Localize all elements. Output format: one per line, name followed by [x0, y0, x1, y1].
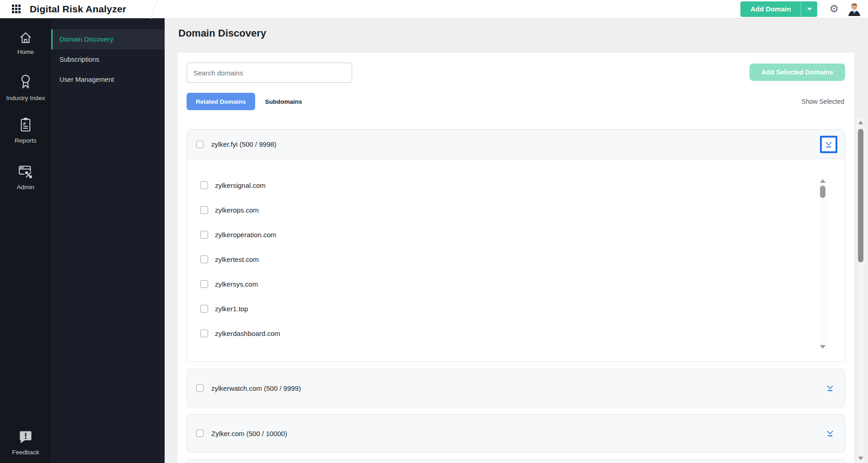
- add-domain-button[interactable]: Add Domain: [740, 1, 801, 17]
- sidebar-item-label: Home: [17, 48, 34, 56]
- collapse-expand-button[interactable]: [823, 381, 837, 395]
- related-domains-list: zylkersignal.com zylkerops.com zylkerope…: [187, 159, 845, 362]
- search-input[interactable]: [187, 63, 352, 83]
- page-scrollbar[interactable]: [856, 118, 864, 463]
- sidebar-item-admin[interactable]: Admin: [5, 163, 47, 192]
- subnav-item-domain-discovery[interactable]: Domain Discovery: [51, 29, 165, 49]
- apps-grid-icon[interactable]: [12, 5, 21, 13]
- primary-sidebar: Home Industry Index Reports Admin: [0, 18, 51, 463]
- domain-label: zylkerdashboard.com: [215, 330, 280, 337]
- domain-checkbox[interactable]: [200, 305, 208, 313]
- collapse-expand-button[interactable]: [823, 426, 837, 441]
- domain-checkbox[interactable]: [200, 181, 208, 189]
- subnav-item-user-management[interactable]: User Management: [51, 69, 165, 90]
- clipboard-icon: [18, 116, 33, 133]
- sidebar-item-reports[interactable]: Reports: [5, 116, 47, 145]
- award-ribbon-icon: [17, 73, 34, 91]
- chevron-expand-icon: [825, 140, 833, 149]
- scrollbar-thumb[interactable]: [820, 186, 825, 198]
- scrollbar-thumb[interactable]: [858, 129, 863, 262]
- add-selected-domains-button[interactable]: Add Selected Domains: [750, 64, 845, 81]
- list-item: zylkerdashboard.com: [187, 321, 845, 346]
- domain-label: zylkersys.com: [215, 280, 258, 288]
- domain-card-zylker-fyi: zylker.fyi (500 / 9998) zylkersignal.com: [187, 129, 845, 362]
- domain-list: zylker.fyi (500 / 9998) zylkersignal.com: [187, 129, 845, 463]
- domain-label: zylkeroperation.com: [215, 231, 276, 239]
- domain-label: zylkerops.com: [215, 206, 259, 214]
- user-avatar[interactable]: [847, 2, 862, 16]
- domain-checkbox[interactable]: [196, 430, 204, 437]
- inner-scrollbar[interactable]: [820, 178, 826, 350]
- list-item: zylkertest.com: [187, 247, 845, 271]
- app-title: Digital Risk Analyzer: [30, 4, 126, 15]
- domain-card-header: zylkerwatch.com (500 / 9999): [187, 369, 845, 407]
- home-icon: [18, 30, 33, 45]
- domain-label: zylkersignal.com: [215, 181, 266, 189]
- domain-checkbox[interactable]: [200, 330, 208, 337]
- secondary-sidebar: Domain Discovery Subscriptions User Mana…: [51, 18, 165, 463]
- domain-card-zylker-com: Zylker.com (500 / 10000): [187, 414, 845, 452]
- domain-card-header: Zylker.com (500 / 10000): [187, 415, 845, 452]
- page-title: Domain Discovery: [178, 27, 868, 39]
- domain-card-partial: [187, 459, 845, 463]
- add-domain-dropdown-button[interactable]: [801, 1, 817, 17]
- domain-checkbox[interactable]: [200, 231, 208, 239]
- sidebar-item-label: Admin: [17, 183, 34, 192]
- title-divider: [150, 0, 160, 19]
- domain-checkbox[interactable]: [196, 384, 204, 392]
- tabs-row: Related Domains Subdomains Show Selected: [187, 93, 845, 110]
- tab-related-domains[interactable]: Related Domains: [187, 93, 255, 110]
- admin-tools-icon: [17, 163, 34, 180]
- chevron-expand-icon: [826, 429, 834, 437]
- top-bar: Digital Risk Analyzer Add Domain ⚙: [0, 0, 868, 18]
- domain-checkbox[interactable]: [200, 206, 208, 214]
- domain-card-zylkerwatch: zylkerwatch.com (500 / 9999): [187, 369, 845, 407]
- sidebar-item-industry-index[interactable]: Industry Index: [5, 73, 47, 102]
- subnav-item-subscriptions[interactable]: Subscriptions: [51, 49, 165, 69]
- list-item: zylkeroperation.com: [187, 222, 845, 247]
- domain-discovery-panel: Add Selected Domains Related Domains Sub…: [177, 53, 854, 463]
- list-item: zylkerops.com: [187, 197, 845, 222]
- scroll-up-arrow[interactable]: [858, 121, 863, 124]
- tab-subdomains[interactable]: Subdomains: [265, 98, 302, 105]
- settings-gear-icon[interactable]: ⚙: [829, 4, 839, 14]
- scroll-down-arrow[interactable]: [820, 345, 825, 349]
- list-item: zylkersignal.com: [187, 173, 845, 197]
- sidebar-item-feedback[interactable]: Feedback: [5, 429, 47, 457]
- domain-label: zylkerwatch.com (500 / 9999): [211, 384, 301, 392]
- domain-label: Zylker.com (500 / 10000): [211, 430, 287, 437]
- scroll-up-arrow[interactable]: [820, 179, 825, 183]
- scroll-down-arrow[interactable]: [858, 457, 863, 460]
- domain-label: zylker1.top: [215, 305, 248, 313]
- caret-down-icon: [807, 8, 812, 11]
- sidebar-item-home[interactable]: Home: [5, 30, 47, 56]
- domain-card-header: zylker.fyi (500 / 9998): [187, 130, 845, 159]
- sidebar-item-label: Feedback: [12, 448, 39, 457]
- domain-checkbox[interactable]: [196, 141, 204, 148]
- feedback-bubble-icon: [17, 429, 34, 445]
- domain-checkbox[interactable]: [200, 280, 208, 288]
- list-item: zylkersys.com: [187, 271, 845, 296]
- sidebar-item-label: Industry Index: [6, 94, 45, 102]
- chevron-expand-icon: [826, 384, 834, 392]
- list-item: zylker1.top: [187, 296, 845, 321]
- domain-label: zylkertest.com: [215, 255, 259, 263]
- domain-checkbox[interactable]: [200, 255, 208, 263]
- domain-label: zylker.fyi (500 / 9998): [211, 140, 277, 148]
- sidebar-item-label: Reports: [15, 137, 36, 145]
- main-content: Domain Discovery Add Selected Domains Re…: [165, 18, 868, 463]
- collapse-expand-button[interactable]: [820, 136, 837, 153]
- show-selected-link[interactable]: Show Selected: [802, 98, 844, 105]
